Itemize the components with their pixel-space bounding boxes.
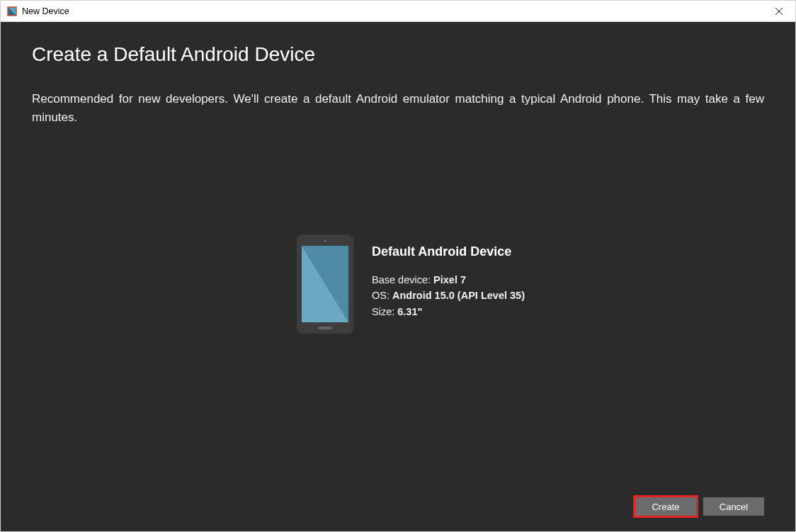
device-size-label: Size:	[372, 306, 397, 317]
device-size-row: Size: 6.31"	[372, 304, 525, 319]
dialog-window: New Device Create a Default Android Devi…	[0, 0, 796, 532]
app-icon	[6, 6, 18, 17]
device-base-value: Pixel 7	[433, 274, 466, 285]
device-base-label: Base device:	[372, 274, 433, 285]
device-base-row: Base device: Pixel 7	[372, 272, 525, 288]
close-icon	[775, 8, 783, 15]
dialog-content: Create a Default Android Device Recommen…	[1, 22, 795, 531]
phone-icon	[297, 234, 353, 336]
svg-rect-7	[318, 327, 332, 329]
dialog-buttons: Create Cancel	[635, 497, 764, 516]
cancel-button[interactable]: Cancel	[703, 497, 764, 516]
page-heading: Create a Default Android Device	[32, 43, 764, 66]
svg-point-5	[324, 239, 326, 242]
device-preview: Default Android Device Base device: Pixe…	[297, 234, 525, 336]
titlebar[interactable]: New Device	[1, 1, 795, 22]
device-size-value: 6.31"	[397, 306, 422, 317]
device-os-row: OS: Android 15.0 (API Level 35)	[372, 288, 525, 303]
window-title: New Device	[22, 6, 69, 16]
close-button[interactable]	[763, 1, 795, 21]
device-os-value: Android 15.0 (API Level 35)	[392, 290, 525, 301]
create-button[interactable]: Create	[635, 497, 696, 516]
device-os-label: OS:	[372, 290, 392, 301]
page-description: Recommended for new developers. We'll cr…	[32, 90, 764, 128]
device-title: Default Android Device	[372, 244, 525, 259]
